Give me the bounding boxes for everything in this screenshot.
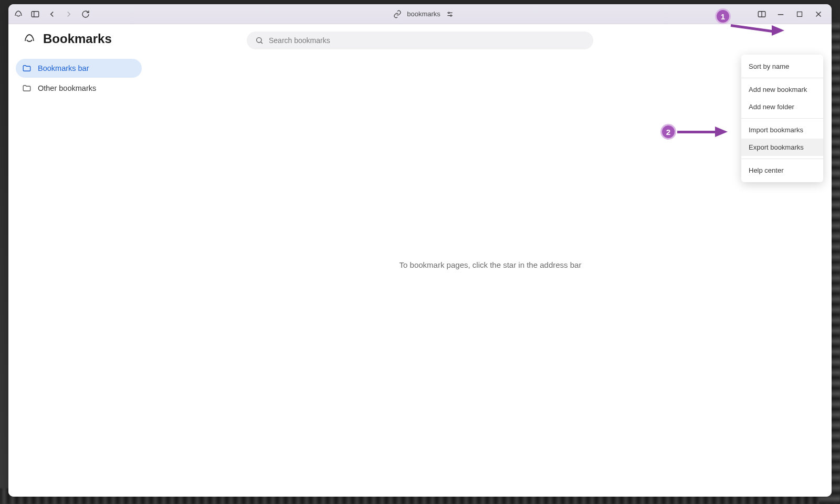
bookmarks-page: Bookmarks Bookmarks bar [8, 24, 832, 497]
address-bar[interactable]: bookmarks [393, 10, 454, 18]
sidebar-item-label: Bookmarks bar [38, 64, 89, 72]
annotation-badge-2: 2 [660, 124, 676, 140]
svg-point-12 [257, 38, 261, 43]
back-icon[interactable] [47, 9, 57, 19]
address-text: bookmarks [407, 10, 440, 18]
maximize-icon[interactable] [795, 9, 804, 19]
close-icon[interactable] [814, 9, 823, 19]
organize-menu: Sort by name Add new bookmark Add new fo… [741, 55, 823, 182]
menu-divider [741, 78, 823, 78]
sidebar-toggle-icon[interactable] [30, 9, 40, 19]
arc-page-icon [23, 33, 36, 45]
minimize-icon[interactable] [776, 9, 785, 19]
browser-window: bookmarks B [8, 4, 832, 497]
page-title: Bookmarks [43, 32, 112, 46]
menu-add-folder[interactable]: Add new folder [741, 98, 823, 116]
reload-icon[interactable] [81, 9, 90, 19]
folders-sidebar: Bookmarks bar Other bookmarks [8, 56, 149, 497]
annotation-badge-1: 1 [715, 8, 731, 24]
menu-help-center[interactable]: Help center [741, 162, 823, 179]
split-view-icon[interactable] [757, 9, 766, 19]
folder-icon [22, 83, 32, 93]
forward-icon[interactable] [64, 9, 74, 19]
empty-state-text: To bookmark pages, click the star in the… [400, 260, 582, 269]
search-input[interactable] [247, 32, 593, 49]
svg-rect-9 [797, 12, 802, 16]
menu-divider [741, 159, 823, 159]
link-icon [393, 10, 402, 18]
sidebar-item-bookmarks-bar[interactable]: Bookmarks bar [16, 59, 142, 78]
menu-divider [741, 118, 823, 119]
svg-point-3 [448, 12, 449, 14]
search-icon [255, 36, 264, 45]
folder-icon [22, 64, 32, 73]
svg-point-5 [450, 15, 452, 16]
menu-export-bookmarks[interactable]: Export bookmarks [741, 139, 823, 156]
sidebar-item-other-bookmarks[interactable]: Other bookmarks [16, 79, 142, 98]
browser-toolbar: bookmarks [8, 4, 832, 24]
settings-sliders-icon[interactable] [446, 10, 454, 18]
svg-line-13 [261, 42, 262, 44]
menu-import-bookmarks[interactable]: Import bookmarks [741, 121, 823, 139]
sidebar-item-label: Other bookmarks [38, 84, 96, 92]
bookmarks-list-pane: To bookmark pages, click the star in the… [149, 56, 832, 497]
menu-add-bookmark[interactable]: Add new bookmark [741, 81, 823, 98]
menu-sort-by-name[interactable]: Sort by name [741, 58, 823, 75]
svg-rect-0 [32, 11, 39, 17]
arc-logo-icon[interactable] [14, 9, 23, 19]
